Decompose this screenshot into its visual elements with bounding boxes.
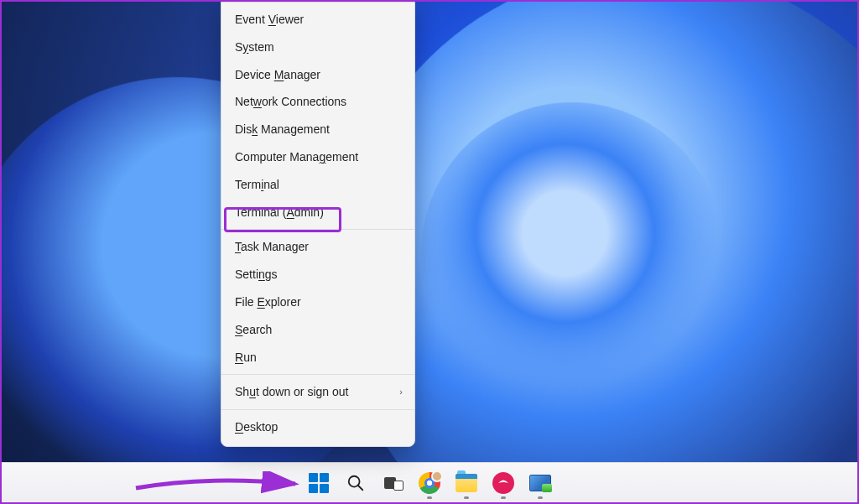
taskbar-task-view[interactable] [375,465,410,501]
menu-item-disk-management[interactable]: Disk Management [221,116,414,143]
menu-item-label: Settings [235,268,278,282]
chevron-right-icon: › [399,387,403,397]
menu-item-label: Run [235,351,257,365]
menu-item-network-connections[interactable]: Network Connections [221,88,414,116]
menu-item-computer-management[interactable]: Computer Management [221,143,414,171]
menu-item-desktop[interactable]: Desktop [221,413,414,441]
taskbar-pink-app[interactable] [486,465,521,501]
start-button[interactable] [301,465,336,501]
menu-divider [221,229,414,230]
taskbar-chrome[interactable] [412,465,447,501]
taskbar-search[interactable] [338,465,373,501]
menu-item-label: Terminal [235,178,279,192]
menu-item-system[interactable]: System [221,34,414,61]
menu-item-device-manager[interactable]: Device Manager [221,61,414,89]
desktop-wallpaper [2,2,857,502]
menu-item-label: Device Manager [235,68,320,82]
menu-item-label: Terminal (Admin) [235,205,324,220]
menu-item-label: Desktop [235,420,278,434]
menu-item-label: Computer Management [235,150,358,164]
menu-item-label: Network Connections [235,95,346,109]
pink-app-icon [492,472,514,494]
menu-item-task-manager[interactable]: Task Manager [221,233,414,261]
svg-line-1 [358,485,363,490]
menu-item-label: Task Manager [235,240,309,254]
running-indicator [464,496,469,499]
running-indicator [501,496,506,499]
menu-item-label: Event Viewer [235,13,304,27]
taskbar-file-explorer[interactable] [449,465,484,501]
menu-item-label: Search [235,323,272,337]
menu-divider [221,409,414,410]
menu-item-terminal-admin[interactable]: Terminal (Admin) [221,199,414,226]
taskbar [2,462,857,502]
winx-context-menu: Event ViewerSystemDevice ManagerNetwork … [221,2,415,447]
taskbar-control-panel[interactable] [523,465,558,501]
windows-logo-icon [309,473,329,493]
chrome-icon [419,472,440,494]
menu-item-label: File Explorer [235,295,301,309]
menu-divider [221,374,414,375]
menu-item-shutdown[interactable]: Shut down or sign out› [221,378,414,406]
running-indicator [538,496,543,499]
menu-item-event-viewer[interactable]: Event Viewer [221,6,414,34]
control-panel-icon [529,475,551,491]
menu-item-search[interactable]: Search [221,316,414,344]
profile-badge-icon [431,470,443,482]
menu-item-label: System [235,40,274,55]
folder-icon [456,474,477,492]
menu-item-label: Shut down or sign out [235,385,348,399]
task-view-icon [384,476,401,490]
menu-item-terminal[interactable]: Terminal [221,171,414,199]
running-indicator [427,496,432,499]
menu-item-run[interactable]: Run [221,344,414,372]
menu-item-settings[interactable]: Settings [221,261,414,288]
search-icon [346,474,365,492]
menu-item-label: Disk Management [235,122,330,137]
menu-item-file-explorer[interactable]: File Explorer [221,288,414,316]
